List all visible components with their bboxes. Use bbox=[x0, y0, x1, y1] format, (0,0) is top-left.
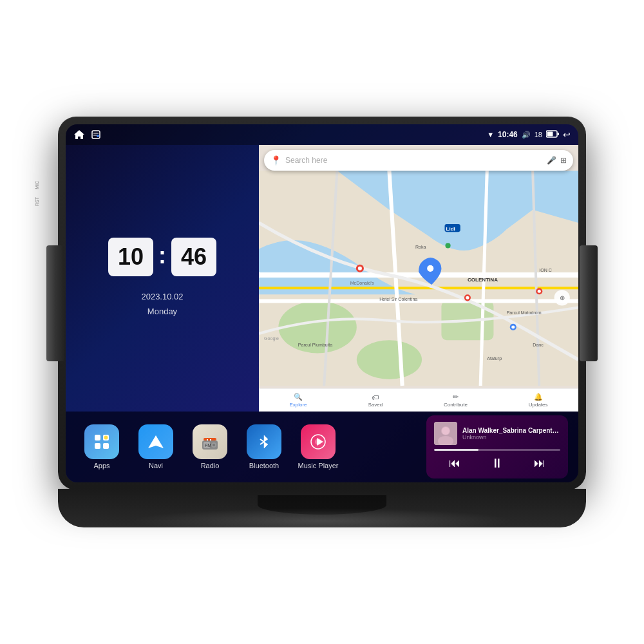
status-left-icons bbox=[73, 129, 102, 140]
clock-hours: 10 bbox=[108, 238, 153, 276]
back-icon[interactable]: ↩ bbox=[563, 129, 571, 140]
maps-icon[interactable] bbox=[90, 129, 102, 140]
clock-panel: 10 : 46 2023.10.02 Monday bbox=[66, 145, 259, 412]
status-right-icons: ▼ 10:46 🔊 18 ↩ bbox=[487, 129, 571, 140]
battery-icon bbox=[546, 130, 559, 139]
bluetooth-label: Bluetooth bbox=[249, 462, 279, 469]
layers-icon[interactable]: ⊞ bbox=[560, 156, 567, 165]
date-text: 2023.10.02 bbox=[141, 289, 183, 304]
apps-label: Apps bbox=[93, 462, 109, 469]
main-content-area: 10 : 46 2023.10.02 Monday bbox=[66, 145, 578, 412]
music-info: Alan Walker_Sabrina Carpenter_F... Unkno… bbox=[434, 422, 560, 445]
prev-button[interactable]: ⏮ bbox=[444, 455, 466, 471]
map-visual: McDonald's Parcul Plumbuita COLENTINA Pa… bbox=[259, 145, 578, 412]
svg-text:Parcul Plumbuita: Parcul Plumbuita bbox=[298, 343, 333, 348]
explore-icon: 🔍 bbox=[294, 393, 303, 401]
svg-text:Danc: Danc bbox=[533, 343, 544, 348]
radio-label: Radio bbox=[201, 462, 220, 469]
main-screen: ▼ 10:46 🔊 18 ↩ bbox=[66, 124, 578, 482]
car-chin bbox=[58, 489, 586, 527]
clock-separator: : bbox=[158, 242, 166, 269]
home-icon[interactable] bbox=[73, 129, 85, 140]
bracket-right bbox=[580, 245, 598, 361]
updates-icon: 🔔 bbox=[534, 393, 543, 401]
svg-point-25 bbox=[511, 325, 515, 328]
svg-text:Parcul Motodrom: Parcul Motodrom bbox=[507, 310, 542, 316]
day-text: Monday bbox=[141, 304, 183, 319]
svg-point-53 bbox=[442, 427, 450, 435]
search-placeholder: Search here bbox=[285, 156, 543, 165]
music-text: Alan Walker_Sabrina Carpenter_F... Unkno… bbox=[462, 427, 560, 440]
svg-marker-39 bbox=[148, 435, 164, 448]
wifi-icon: ▼ bbox=[487, 131, 494, 138]
next-button[interactable]: ⏭ bbox=[529, 455, 551, 471]
app-item-bluetooth[interactable]: Bluetooth bbox=[238, 424, 290, 469]
side-labels: MIC RST bbox=[35, 181, 39, 206]
chin-reflection bbox=[129, 508, 515, 527]
svg-text:Google: Google bbox=[264, 336, 279, 341]
play-pause-button[interactable]: ⏸ bbox=[486, 455, 509, 472]
svg-text:FM: FM bbox=[205, 443, 211, 448]
signal-strength: 18 bbox=[535, 131, 542, 138]
music-label: Music Player bbox=[298, 462, 339, 469]
bracket-left bbox=[46, 245, 64, 361]
map-tab-explore[interactable]: 🔍 Explore bbox=[289, 393, 307, 408]
bluetooth-icon bbox=[247, 424, 281, 459]
clock-display: 10 : 46 bbox=[108, 238, 216, 276]
svg-text:⊕: ⊕ bbox=[560, 294, 565, 301]
music-icon bbox=[301, 424, 336, 459]
svg-text:Roka: Roka bbox=[415, 245, 426, 250]
volume-icon[interactable]: 🔊 bbox=[522, 131, 531, 139]
svg-marker-0 bbox=[74, 130, 84, 139]
voice-search-icon[interactable]: 🎤 bbox=[547, 156, 556, 165]
time-display: 10:46 bbox=[498, 130, 518, 139]
app-item-music[interactable]: Music Player bbox=[292, 424, 344, 469]
radio-icon: FM bbox=[193, 424, 227, 459]
music-progress-bar[interactable] bbox=[434, 449, 560, 451]
svg-rect-46 bbox=[207, 439, 208, 440]
app-item-apps[interactable]: Apps bbox=[76, 424, 128, 469]
map-panel[interactable]: McDonald's Parcul Plumbuita COLENTINA Pa… bbox=[259, 145, 578, 412]
svg-point-19 bbox=[358, 267, 362, 270]
mic-label: MIC bbox=[35, 181, 39, 189]
svg-text:Ataturp: Ataturp bbox=[487, 356, 502, 361]
music-progress-fill bbox=[434, 449, 478, 451]
map-bottom-tabs: 🔍 Explore 🏷 Saved ✏ Contribute bbox=[259, 388, 578, 412]
car-unit-body: ▼ 10:46 🔊 18 ↩ bbox=[58, 117, 586, 490]
music-artist: Unknown bbox=[462, 434, 560, 440]
svg-rect-1 bbox=[92, 131, 100, 138]
svg-rect-36 bbox=[95, 443, 100, 449]
svg-rect-34 bbox=[95, 435, 100, 440]
svg-rect-4 bbox=[558, 133, 560, 135]
svg-point-43 bbox=[213, 444, 215, 446]
contribute-icon: ✏ bbox=[453, 393, 459, 401]
svg-point-8 bbox=[357, 340, 422, 379]
apps-area: Apps Navi bbox=[76, 424, 426, 469]
svg-rect-47 bbox=[210, 439, 211, 440]
status-bar: ▼ 10:46 🔊 18 ↩ bbox=[66, 124, 578, 145]
svg-text:Lidl: Lidl bbox=[446, 226, 455, 232]
bottom-bar: Apps Navi bbox=[66, 412, 578, 482]
svg-text:ION C: ION C bbox=[539, 268, 552, 273]
map-tab-saved[interactable]: 🏷 Saved bbox=[368, 393, 383, 408]
date-display: 2023.10.02 Monday bbox=[141, 289, 183, 319]
updates-label: Updates bbox=[529, 402, 548, 408]
svg-point-38 bbox=[104, 436, 108, 440]
car-head-unit: MIC RST bbox=[58, 117, 586, 527]
navi-label: Navi bbox=[149, 462, 163, 469]
svg-point-26 bbox=[446, 243, 451, 248]
music-player-widget: Alan Walker_Sabrina Carpenter_F... Unkno… bbox=[426, 415, 568, 478]
clock-minutes: 46 bbox=[171, 238, 216, 276]
svg-rect-37 bbox=[103, 443, 109, 449]
svg-text:McDonald's: McDonald's bbox=[350, 281, 374, 286]
svg-point-2 bbox=[97, 135, 99, 137]
map-search-bar[interactable]: 📍 Search here 🎤 ⊞ bbox=[264, 150, 573, 171]
saved-label: Saved bbox=[368, 402, 383, 408]
navi-icon bbox=[138, 424, 173, 459]
svg-point-33 bbox=[427, 265, 433, 272]
app-item-navi[interactable]: Navi bbox=[130, 424, 182, 469]
map-tab-contribute[interactable]: ✏ Contribute bbox=[444, 393, 468, 408]
app-item-radio[interactable]: FM Radio bbox=[184, 424, 236, 469]
map-container[interactable]: McDonald's Parcul Plumbuita COLENTINA Pa… bbox=[259, 145, 578, 412]
map-tab-updates[interactable]: 🔔 Updates bbox=[529, 393, 548, 408]
